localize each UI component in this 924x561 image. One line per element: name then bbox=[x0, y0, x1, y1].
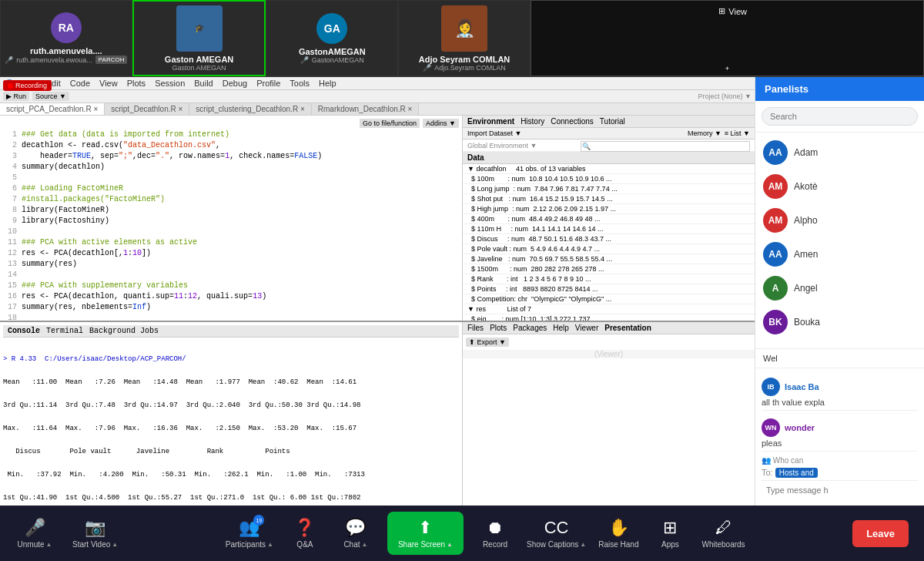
menu-debug[interactable]: Debug bbox=[223, 79, 247, 88]
menu-build[interactable]: Build bbox=[194, 79, 213, 88]
record-icon: ⏺ bbox=[487, 518, 504, 538]
menu-session[interactable]: Session bbox=[155, 79, 185, 88]
files-tabs[interactable]: Files Plots Packages Help Viewer Present… bbox=[463, 322, 755, 334]
bottom-toolbar: 🎤 Unmute ▲ 📷 Start Video ▲ 👥 19 Particip… bbox=[0, 506, 924, 561]
toolbar-left: 🎤 Unmute ▲ 📷 Start Video ▲ bbox=[15, 518, 118, 549]
goto-function-btn[interactable]: Go to file/function bbox=[360, 119, 420, 128]
participant-name: Gaston AMEGAN bbox=[165, 55, 233, 64]
editor-env-split: Go to file/function Addins ▼ 1### Get da… bbox=[0, 116, 755, 321]
search-input[interactable] bbox=[762, 107, 918, 126]
console-pane[interactable]: Console Terminal Background Jobs > R 4.3… bbox=[0, 322, 462, 506]
participants-button[interactable]: 👥 19 Participants ▲ bbox=[226, 518, 273, 549]
env-item: $ 1500m : num 280 282 278 265 278 ... bbox=[463, 264, 755, 274]
viewer-content: (Viewer) bbox=[463, 350, 755, 358]
console-tabs[interactable]: Console Terminal Background Jobs bbox=[3, 325, 459, 338]
console-output: > R 4.33 C:/Users/isaac/Desktop/ACP_PARC… bbox=[3, 340, 459, 506]
participant-subname: Adjo.Seyram COMLAN bbox=[434, 64, 506, 72]
env-tab-history[interactable]: History bbox=[521, 117, 544, 126]
menu-code[interactable]: Code bbox=[70, 79, 90, 88]
apps-button[interactable]: ⊞ Apps bbox=[651, 518, 689, 549]
files-tab[interactable]: Files bbox=[467, 324, 484, 332]
help-tab[interactable]: Help bbox=[553, 324, 569, 332]
whiteboard-icon: 🖊 bbox=[715, 518, 732, 538]
addins-btn[interactable]: Addins ▼ bbox=[423, 119, 459, 128]
code-editor[interactable]: Go to file/function Addins ▼ 1### Get da… bbox=[0, 116, 462, 321]
code-line: 6### Loading FactoMineR bbox=[3, 183, 459, 194]
project-info: Project (None) ▼ bbox=[698, 92, 752, 100]
tab-pca-decathlon[interactable]: script_PCA_Decathlon.R × bbox=[0, 103, 105, 115]
terminal-tab[interactable]: Terminal bbox=[46, 327, 83, 335]
presentation-tab[interactable]: Presentation bbox=[604, 324, 651, 332]
env-tab-tutorial[interactable]: Tutorial bbox=[600, 117, 625, 126]
viewer-tab[interactable]: Viewer bbox=[575, 324, 598, 332]
leave-button[interactable]: Leave bbox=[852, 520, 909, 547]
record-button[interactable]: ⏺ Record bbox=[476, 518, 514, 549]
captions-button[interactable]: CC Show Captions ▲ bbox=[527, 518, 586, 549]
menu-tools[interactable]: Tools bbox=[290, 79, 310, 88]
chat-message-1: IB Isaac Ba all th value expla bbox=[762, 375, 918, 411]
view-button[interactable]: ⊞Zoom MeetingView bbox=[718, 6, 747, 16]
rstudio-menubar[interactable]: 🔵 File Edit Code View Plots Session Buil… bbox=[0, 77, 755, 90]
list-item: AM Alpho bbox=[755, 203, 924, 237]
plots-tab[interactable]: Plots bbox=[490, 324, 507, 332]
console-line: 3rd Qu.:11.14 3rd Qu.:7.48 3rd Qu.:14.97… bbox=[3, 401, 459, 409]
tab-rmarkdown[interactable]: Rmarkdown_Decathlon.R × bbox=[312, 103, 420, 115]
raise-hand-button[interactable]: ✋ Raise Hand bbox=[598, 518, 638, 549]
env-item: $ Rank : int 1 2 3 4 5 6 7 8 9 10 ... bbox=[463, 274, 755, 284]
global-env[interactable]: Global Environment ▼ bbox=[463, 139, 755, 152]
chat-button[interactable]: 💬 Chat ▲ bbox=[336, 518, 375, 549]
env-search[interactable] bbox=[581, 141, 750, 152]
menu-plots[interactable]: Plots bbox=[127, 79, 146, 88]
menu-profile[interactable]: Profile bbox=[256, 79, 280, 88]
panelists-tab[interactable]: Panelists bbox=[765, 83, 808, 95]
export-btn[interactable]: ⬆ Export ▼ bbox=[466, 338, 509, 347]
env-item: $ Javeline : num 70.5 69.7 55.5 58.5 55.… bbox=[463, 254, 755, 264]
toolbar-source-btn[interactable]: Source ▼ bbox=[32, 92, 69, 101]
who-can-link[interactable]: 👥 Who can bbox=[762, 456, 918, 465]
chat-sender-name: wonder bbox=[785, 423, 815, 432]
video-participant-3: GA GastonAMEGAN 🎤 GastonAMEGAN bbox=[266, 0, 398, 76]
import-btn[interactable]: Import Dataset ▼ bbox=[467, 129, 521, 137]
toolbar-btn[interactable]: ▶ Run bbox=[3, 92, 29, 101]
menu-view[interactable]: View bbox=[99, 79, 118, 88]
unmute-button[interactable]: 🎤 Unmute ▲ bbox=[15, 518, 54, 549]
code-line: 8library(FactoMineR) bbox=[3, 205, 459, 216]
env-tabs[interactable]: Environment History Connections Tutorial bbox=[463, 116, 755, 128]
share-screen-button[interactable]: ⬆ Share Screen ▲ bbox=[387, 512, 464, 555]
env-item: $ Shot put : num 16.4 15.2 15.9 15.7 14.… bbox=[463, 194, 755, 204]
env-tab-connections[interactable]: Connections bbox=[551, 117, 594, 126]
viewer-toolbar: ⬆ Export ▼ bbox=[463, 334, 755, 350]
tab-decathlon[interactable]: script_Decathlon.R × bbox=[105, 103, 189, 115]
toolbar-right: Leave bbox=[852, 520, 909, 547]
background-jobs-tab[interactable]: Background Jobs bbox=[89, 327, 159, 335]
qa-button[interactable]: ❓ Q&A bbox=[286, 518, 324, 549]
bottom-pane: Console Terminal Background Jobs > R 4.3… bbox=[0, 321, 755, 506]
start-video-button[interactable]: 📷 Start Video ▲ bbox=[72, 518, 118, 549]
participant-name: Amen bbox=[794, 249, 818, 260]
participants-icon-wrap: 👥 19 bbox=[239, 518, 259, 538]
list-btn[interactable]: ≡ List ▼ bbox=[725, 129, 750, 137]
tab-clustering[interactable]: script_clustering_Decathlon.R × bbox=[189, 103, 311, 115]
console-tab[interactable]: Console bbox=[8, 327, 40, 335]
main-area: Recording 🔵 File Edit Code View Plots Se… bbox=[0, 77, 924, 506]
rstudio-toolbar: ▶ Run Source ▼ Project (None) ▼ bbox=[0, 90, 755, 103]
to-badge[interactable]: Hosts and bbox=[775, 468, 818, 478]
packages-tab[interactable]: Packages bbox=[513, 324, 547, 332]
mic-icon: 🎤 bbox=[25, 518, 45, 538]
chat-input[interactable] bbox=[762, 480, 918, 499]
env-item: $ 400m : num 48.4 49.2 46.8 49 48 ... bbox=[463, 214, 755, 224]
whiteboards-button[interactable]: 🖊 Whiteboards bbox=[701, 518, 745, 549]
badge: PARCOH bbox=[95, 55, 128, 64]
code-line: 11### PCA with active elements as active bbox=[3, 237, 459, 248]
console-line: 1st Qu.:41.90 1st Qu.:4.500 1st Qu.:55.2… bbox=[3, 494, 459, 502]
rstudio-area[interactable]: Recording 🔵 File Edit Code View Plots Se… bbox=[0, 77, 755, 506]
code-line: 15### PCA with supplementary variables bbox=[3, 280, 459, 291]
console-line: > R 4.33 C:/Users/isaac/Desktop/ACP_PARC… bbox=[3, 355, 459, 363]
menu-help[interactable]: Help bbox=[319, 79, 336, 88]
env-tab-environment[interactable]: Environment bbox=[467, 117, 514, 126]
video-bar: ⊞Zoom MeetingView RA ruth.amenuvela.... … bbox=[0, 0, 924, 77]
data-label: Data bbox=[467, 153, 484, 162]
files-pane: Files Plots Packages Help Viewer Present… bbox=[462, 322, 755, 506]
video-participant-2: 🎓 Gaston AMEGAN Gaston AMEGAN bbox=[132, 0, 266, 76]
script-tabs[interactable]: script_PCA_Decathlon.R × script_Decathlo… bbox=[0, 103, 755, 116]
